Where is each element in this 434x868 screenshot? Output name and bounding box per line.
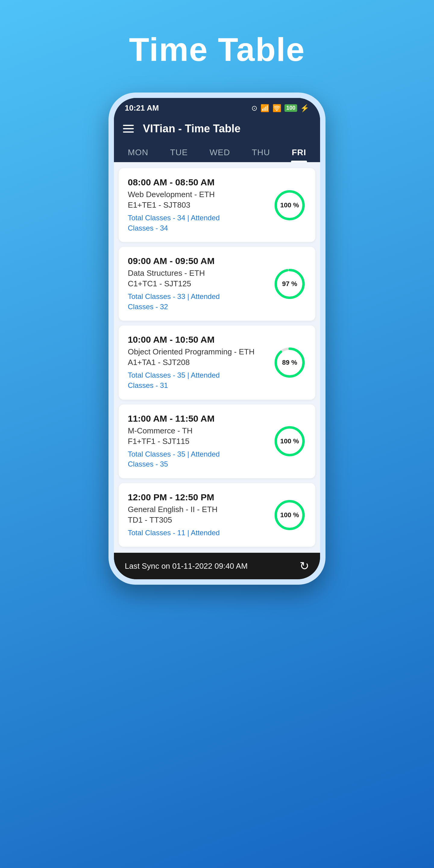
app-title: VITian - Time Table xyxy=(143,122,241,135)
battery-indicator: 100 xyxy=(284,104,297,112)
phone-screen: 10:21 AM ⊙ 📶 🛜 100 ⚡ VITian - Time Table… xyxy=(114,98,320,579)
refresh-icon[interactable]: ↻ xyxy=(300,559,309,572)
status-time: 10:21 AM xyxy=(125,103,159,113)
page-title: Time Table xyxy=(129,30,305,68)
class-attendance: Total Classes - 33 | AttendedClasses - 3… xyxy=(128,291,273,312)
class-card: 12:00 PM - 12:50 PMGeneral English - II … xyxy=(119,483,315,547)
class-attendance: Total Classes - 11 | Attended xyxy=(128,528,273,538)
menu-button[interactable] xyxy=(123,125,134,133)
class-card: 11:00 AM - 11:50 AMM-Commerce - THF1+TF1… xyxy=(119,404,315,478)
status-bar: 10:21 AM ⊙ 📶 🛜 100 ⚡ xyxy=(114,98,320,116)
sync-text: Last Sync on 01-11-2022 09:40 AM xyxy=(125,561,248,571)
progress-label: 100 % xyxy=(280,437,299,445)
app-bar: VITian - Time Table xyxy=(114,116,320,142)
class-time: 12:00 PM - 12:50 PM xyxy=(128,492,273,502)
wifi-icon: 🛜 xyxy=(273,104,281,113)
class-code: E1+TE1 - SJT803 xyxy=(128,200,273,210)
class-code: A1+TA1 - SJT208 xyxy=(128,358,273,367)
class-subject: General English - II - ETH xyxy=(128,505,273,514)
class-subject: Data Structures - ETH xyxy=(128,269,273,278)
class-card: 09:00 AM - 09:50 AMData Structures - ETH… xyxy=(119,247,315,321)
class-subject: Object Oriented Programming - ETH xyxy=(128,347,273,356)
class-time: 11:00 AM - 11:50 AM xyxy=(128,413,273,424)
charge-icon: ⚡ xyxy=(300,104,309,113)
class-code: F1+TF1 - SJT115 xyxy=(128,437,273,446)
tab-wed[interactable]: WED xyxy=(204,142,236,162)
class-attendance: Total Classes - 35 | AttendedClasses - 3… xyxy=(128,370,273,390)
tab-fri[interactable]: FRI xyxy=(286,142,312,162)
progress-label: 100 % xyxy=(280,201,299,209)
tab-tue[interactable]: TUE xyxy=(164,142,194,162)
tab-thu[interactable]: THU xyxy=(246,142,276,162)
status-icons: ⊙ 📶 🛜 100 ⚡ xyxy=(251,104,309,113)
progress-label: 97 % xyxy=(282,280,297,288)
progress-label: 89 % xyxy=(282,359,297,367)
location-icon: ⊙ xyxy=(251,104,257,113)
class-attendance: Total Classes - 35 | AttendedClasses - 3… xyxy=(128,449,273,469)
day-tabs: MON TUE WED THU FRI xyxy=(114,142,320,162)
class-subject: Web Development - ETH xyxy=(128,190,273,199)
class-code: C1+TC1 - SJT125 xyxy=(128,279,273,288)
progress-circle: 97 % xyxy=(273,267,306,301)
class-card: 08:00 AM - 08:50 AMWeb Development - ETH… xyxy=(119,168,315,242)
progress-circle: 100 % xyxy=(273,425,306,458)
class-code: TD1 - TT305 xyxy=(128,516,273,525)
tab-mon[interactable]: MON xyxy=(122,142,154,162)
class-subject: M-Commerce - TH xyxy=(128,426,273,435)
content-area: 08:00 AM - 08:50 AMWeb Development - ETH… xyxy=(114,162,320,553)
class-time: 10:00 AM - 10:50 AM xyxy=(128,335,273,345)
progress-circle: 89 % xyxy=(273,346,306,379)
bottom-bar: Last Sync on 01-11-2022 09:40 AM ↻ xyxy=(114,553,320,579)
class-time: 09:00 AM - 09:50 AM xyxy=(128,256,273,266)
phone-frame: 10:21 AM ⊙ 📶 🛜 100 ⚡ VITian - Time Table… xyxy=(108,93,326,585)
signal-icon: 📶 xyxy=(260,104,270,113)
progress-circle: 100 % xyxy=(273,498,306,532)
class-time: 08:00 AM - 08:50 AM xyxy=(128,177,273,187)
class-card: 10:00 AM - 10:50 AMObject Oriented Progr… xyxy=(119,326,315,399)
progress-label: 100 % xyxy=(280,511,299,519)
progress-circle: 100 % xyxy=(273,189,306,222)
class-attendance: Total Classes - 34 | AttendedClasses - 3… xyxy=(128,213,273,233)
